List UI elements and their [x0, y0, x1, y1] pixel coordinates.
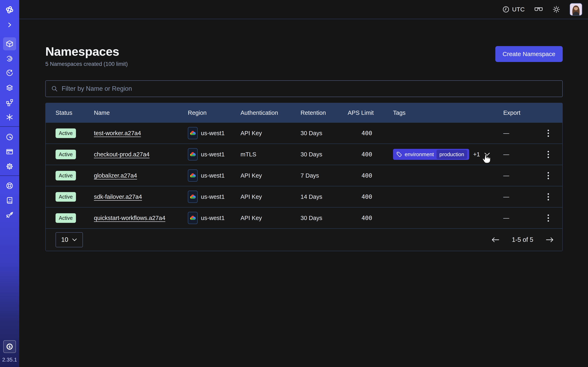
region-label: us-west1: [201, 215, 225, 221]
spiral-icon: [6, 55, 13, 62]
arrow-left-icon: [491, 237, 500, 243]
page-header: Namespaces 5 Namespaces created (100 lim…: [45, 44, 563, 67]
temporal-logo-icon: [5, 5, 14, 15]
retention-value: 7 Days: [301, 172, 348, 179]
sidebar-item-settings[interactable]: [3, 160, 16, 173]
retention-value: 30 Days: [301, 151, 348, 158]
sidebar-item-schedules[interactable]: [3, 67, 16, 80]
page-title: Namespaces: [45, 44, 128, 58]
table-row: Active globalizer.a27a4 us-west1 API Key…: [46, 165, 562, 186]
app-version: 2.35.1: [2, 357, 17, 363]
table-row: Active sdk-failover.a27a4 us-west1 API K…: [46, 186, 562, 207]
layers-icon: [6, 84, 13, 92]
export-value: —: [503, 215, 539, 221]
main-content: Namespaces 5 Namespaces created (100 lim…: [19, 44, 588, 251]
gear-icon: [6, 162, 13, 170]
svg-text:$: $: [8, 345, 11, 349]
column-header-authentication: Authentication: [241, 109, 301, 116]
filter-input[interactable]: [62, 85, 557, 92]
page-size-select[interactable]: 10: [56, 232, 83, 247]
sun-icon: [553, 6, 560, 13]
dollar-seal-icon: $: [6, 342, 14, 351]
row-menu-button[interactable]: [548, 151, 549, 158]
timezone-label: UTC: [512, 6, 525, 13]
row-menu-button[interactable]: [548, 172, 549, 179]
auth-value: API Key: [241, 172, 301, 179]
column-header-region: Region: [188, 109, 241, 116]
glasses-icon: [534, 6, 543, 13]
region-label: us-west1: [201, 172, 225, 179]
namespace-link[interactable]: checkout-prod.a27a4: [94, 151, 149, 158]
sidebar-item-usage[interactable]: [3, 131, 16, 143]
row-menu-button[interactable]: [548, 215, 549, 222]
topbar: UTC: [19, 0, 588, 19]
sidebar-item-workflows[interactable]: [3, 52, 16, 65]
book-icon: [6, 197, 13, 204]
auth-value: mTLS: [241, 151, 301, 158]
aps-limit-value: 400: [348, 172, 372, 179]
sidebar-item-nexus[interactable]: [3, 111, 16, 124]
credits-button[interactable]: $: [3, 340, 16, 353]
aps-limit-value: 400: [348, 130, 372, 137]
column-header-retention: Retention: [301, 109, 348, 116]
retention-value: 30 Days: [301, 130, 348, 137]
arrow-right-icon: [545, 237, 554, 243]
export-value: —: [503, 151, 539, 158]
namespace-link[interactable]: test-worker.a27a4: [94, 130, 141, 136]
timezone-button[interactable]: UTC: [502, 6, 525, 13]
column-header-export: Export: [503, 109, 539, 116]
page-size-value: 10: [61, 236, 68, 243]
tag-badge[interactable]: environment production: [393, 149, 469, 160]
status-badge: Active: [56, 128, 76, 138]
gcp-icon: [188, 212, 198, 224]
labs-mode-button[interactable]: [534, 6, 543, 13]
sidebar-item-billing[interactable]: [3, 145, 16, 158]
create-namespace-button[interactable]: Create Namespace: [495, 46, 563, 62]
theme-toggle-button[interactable]: [553, 6, 560, 13]
search-icon: [51, 85, 58, 92]
status-badge: Active: [56, 213, 76, 223]
tag-more-count: +1: [473, 151, 480, 158]
cube-icon: [6, 40, 13, 48]
namespace-link[interactable]: globalizer.a27a4: [94, 172, 137, 179]
row-menu-button[interactable]: [548, 130, 549, 137]
sidebar-expand-button[interactable]: [4, 19, 15, 31]
tags-expand-button[interactable]: [484, 152, 490, 156]
lifebuoy-icon: [6, 182, 13, 190]
gauge-icon: [6, 133, 13, 141]
sidebar-item-support[interactable]: [3, 179, 16, 192]
table-row: Active quickstart-workflows.a27a4 us-wes…: [46, 207, 562, 228]
namespace-link[interactable]: sdk-failover.a27a4: [94, 193, 142, 200]
sidebar-item-task-queues[interactable]: [3, 96, 16, 109]
sidebar-nav-account: [3, 131, 16, 173]
row-menu-button[interactable]: [548, 193, 549, 200]
aps-limit-value: 400: [348, 215, 372, 221]
next-page-button[interactable]: [545, 237, 554, 243]
chevron-down-icon: [484, 152, 490, 156]
card-icon: [6, 148, 13, 156]
chevron-right-icon: [7, 22, 13, 28]
export-value: —: [503, 172, 539, 179]
namespaces-table: Status Name Region Authentication Retent…: [45, 103, 563, 251]
retention-value: 30 Days: [301, 215, 348, 221]
chevron-down-icon: [72, 238, 77, 242]
tag-icon: [396, 151, 402, 157]
tag-key: environment: [405, 151, 434, 158]
aps-limit-value: 400: [348, 193, 372, 200]
prev-page-button[interactable]: [491, 237, 500, 243]
timer-icon: [6, 69, 13, 77]
page-subtitle: 5 Namespaces created (100 limit): [45, 61, 128, 67]
sidebar-nav-help: [3, 179, 16, 222]
avatar[interactable]: [570, 3, 582, 16]
sidebar-item-docs[interactable]: [3, 194, 16, 207]
sidebar-item-getting-started[interactable]: [3, 209, 16, 222]
namespace-link[interactable]: quickstart-workflows.a27a4: [94, 215, 165, 221]
column-header-status: Status: [56, 109, 94, 116]
sidebar-item-namespaces[interactable]: [3, 37, 16, 50]
temporal-logo[interactable]: [3, 3, 16, 16]
table-header-row: Status Name Region Authentication Retent…: [46, 103, 562, 122]
export-value: —: [503, 193, 539, 200]
sidebar-item-deployments[interactable]: [3, 81, 16, 94]
region-label: us-west1: [201, 193, 225, 200]
export-value: —: [503, 130, 539, 137]
